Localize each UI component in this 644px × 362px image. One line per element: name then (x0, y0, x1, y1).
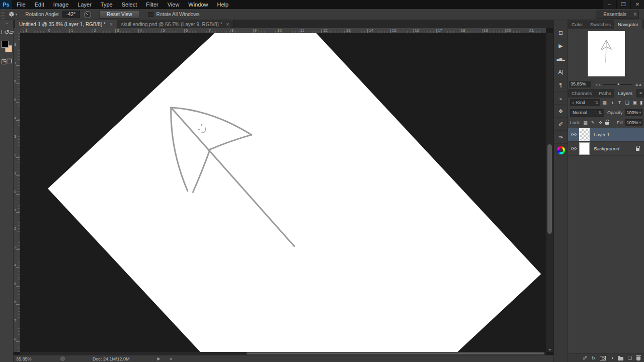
menu-image[interactable]: Image (49, 0, 73, 9)
new-group-icon[interactable] (618, 357, 623, 360)
visibility-cell[interactable] (568, 147, 579, 150)
visibility-cell[interactable] (568, 133, 579, 136)
tab-close-icon[interactable]: × (226, 22, 229, 27)
menu-view[interactable]: View (163, 0, 184, 9)
canvas-viewport[interactable] (20, 33, 546, 352)
filter-pixel-layers-icon[interactable]: ▦ (601, 100, 608, 105)
new-adjustment-layer-icon[interactable]: ◑ (610, 355, 613, 360)
character-icon[interactable]: A| (554, 65, 568, 78)
tab-color[interactable]: Color (568, 20, 587, 29)
clone-source-icon[interactable]: ⊡ (554, 26, 568, 39)
layer-row[interactable]: Layer 1 (568, 128, 644, 142)
tool-preset-dropdown-icon[interactable]: ▾ (16, 13, 18, 17)
menu-window[interactable]: Window (184, 0, 212, 9)
toolbar-collapse-icon[interactable]: » (6, 20, 8, 27)
ruler-tick (207, 29, 207, 33)
paragraph-icon[interactable]: ¶ (554, 78, 568, 92)
filter-type-layers-icon[interactable]: T (616, 100, 623, 105)
tool-presets-icon[interactable]: ✐ (554, 118, 568, 131)
panel-menu-icon[interactable]: ≡ (637, 89, 644, 98)
menu-filter[interactable]: Filter (141, 0, 163, 9)
lock-transparent-pixels-icon[interactable]: ▦ (583, 120, 589, 125)
navigator-slider-handle[interactable]: ▲ (617, 82, 620, 85)
restore-button[interactable]: ❐ (617, 0, 630, 9)
fill-field[interactable]: 100% ▾ (625, 119, 642, 126)
filter-toggle-icon[interactable]: ▮ (640, 100, 642, 105)
document-tab[interactable]: skull ending.psd @ 66.7% (Layer 9, RGB/8… (117, 20, 234, 28)
ruler-number: 0 (48, 28, 50, 33)
layer-style-icon[interactable]: fx (592, 355, 595, 360)
status-circle-icon (60, 356, 65, 361)
quick-mask-mode-icon[interactable]: ◳ (1, 58, 7, 65)
layer-thumbnail[interactable] (579, 128, 590, 141)
new-layer-icon[interactable]: ❏ (628, 355, 632, 360)
ruler-tick (16, 102, 20, 103)
lock-label: Lock: (570, 120, 581, 125)
actions-icon[interactable]: ▶ (554, 39, 568, 52)
filter-shape-layers-icon[interactable]: ❑ (624, 100, 630, 105)
vertical-scrollbar[interactable]: ▼ (546, 33, 553, 352)
link-layers-icon[interactable]: ☍ (583, 355, 587, 360)
add-layer-mask-icon[interactable] (600, 356, 606, 360)
blend-mode-dropdown[interactable]: Normal ⇅ (570, 109, 604, 117)
screen-mode-icon[interactable]: ❐ (7, 58, 12, 65)
reset-view-button[interactable]: Reset View (99, 10, 139, 19)
tab-swatches[interactable]: Swatches (587, 20, 614, 29)
layer-filter-dropdown[interactable]: ⌕ Kind ⇅ (570, 99, 600, 106)
filter-smart-objects-icon[interactable]: ▣ (631, 100, 638, 105)
tab-paths[interactable]: Paths (595, 89, 614, 98)
status-zoom-level[interactable]: 35.85% (16, 356, 40, 361)
color-themes-icon[interactable] (557, 146, 565, 154)
lock-image-pixels-icon[interactable]: ✎ (590, 120, 596, 125)
panel-menu-icon[interactable]: ≡ (642, 20, 644, 29)
close-button[interactable]: ✕ (631, 0, 644, 9)
zoom-in-icon[interactable]: ▲▲ (634, 82, 641, 87)
histogram-icon[interactable]: ▃▅▂ (554, 52, 568, 65)
menu-type[interactable]: Type (96, 0, 117, 9)
rotate-view-tool-icon[interactable]: ☸ (9, 11, 15, 18)
horizontal-scrollbar-thumb[interactable] (247, 352, 544, 354)
layer-name: Layer 1 (594, 132, 644, 137)
lock-all-icon[interactable] (605, 122, 609, 125)
lock-position-icon[interactable]: ✜ (598, 120, 604, 125)
tab-close-icon[interactable]: × (110, 22, 113, 27)
menu-select[interactable]: Select (117, 0, 142, 9)
navigator-zoom-field[interactable]: 35.85% (569, 81, 591, 87)
eye-icon[interactable] (571, 147, 577, 150)
foreground-color-swatch[interactable] (2, 41, 9, 48)
zoom-out-icon[interactable]: ▲▲ (595, 83, 601, 86)
history-brush-tool[interactable]: ↺ (4, 29, 9, 36)
status-flyout-icon[interactable]: ▶ (157, 356, 160, 361)
scroll-down-icon[interactable]: ▼ (546, 348, 553, 351)
clone-stamp-tool[interactable]: ⊥ (0, 29, 4, 36)
rotate-all-windows-checkbox[interactable] (148, 12, 153, 17)
delete-layer-icon[interactable] (636, 356, 640, 360)
vertical-scrollbar-thumb[interactable] (547, 144, 552, 234)
status-back-icon[interactable]: ◂ (170, 356, 172, 361)
filter-adjustment-layers-icon[interactable]: ◑ (609, 100, 615, 105)
ruler-corner (14, 28, 20, 33)
tab-channels[interactable]: Channels (568, 89, 595, 98)
opacity-field[interactable]: 100% ▾ (625, 109, 642, 116)
menu-file[interactable]: File (12, 0, 30, 9)
options-bar: ☸ ▾ Rotation Angle: Reset View Rotate Al… (0, 9, 644, 20)
menu-edit[interactable]: Edit (30, 0, 49, 9)
navigator-thumbnail[interactable] (588, 31, 625, 76)
menu-layer[interactable]: Layer (73, 0, 96, 9)
layer-thumbnail[interactable] (579, 142, 590, 155)
ruler-tick (367, 29, 368, 33)
tab-layers[interactable]: Layers (614, 89, 636, 98)
navigator-zoom-slider[interactable]: ▲ (603, 84, 632, 85)
ruler-tick (115, 29, 116, 33)
workspace-switcher[interactable]: Essentials ⇅ (596, 11, 639, 19)
menu-help[interactable]: Help (212, 0, 233, 9)
minimize-button[interactable]: – (603, 0, 616, 9)
adjustments-icon[interactable]: ◒ (554, 92, 568, 105)
brush-presets-icon[interactable]: ✑ (554, 131, 568, 144)
styles-icon[interactable]: ❖ (554, 105, 568, 118)
tab-navigator[interactable]: Navigator (614, 20, 642, 29)
rotation-angle-input[interactable] (62, 11, 80, 18)
eye-icon[interactable] (571, 133, 577, 136)
rotation-dial-icon[interactable] (84, 11, 91, 18)
layer-row[interactable]: Background (568, 142, 644, 156)
